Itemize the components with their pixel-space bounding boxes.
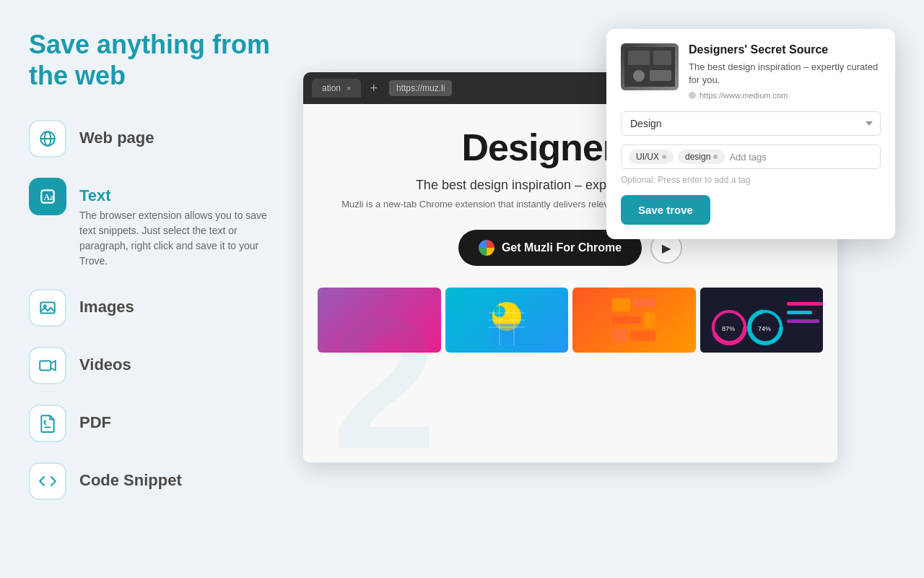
menu-item-pdf[interactable]: PDF: [29, 405, 274, 442]
tag-dot-2: [713, 155, 718, 159]
pdf-icon: [29, 405, 66, 442]
popup-thumb-image: [621, 43, 679, 90]
address-bar[interactable]: https://muz.li: [389, 80, 452, 96]
play-icon: ▶: [662, 241, 671, 255]
svg-rect-14: [650, 70, 671, 81]
popup-info: Designers' Secret Source The best design…: [689, 43, 881, 100]
main-container: Save anything from the web Web page Aa: [0, 0, 924, 578]
source-url: https://www.medium.com: [699, 91, 788, 100]
thumbnail-2: [445, 288, 569, 353]
svg-rect-34: [787, 302, 823, 306]
image-icon: [29, 289, 66, 327]
right-panel: Designers' Secret Source The best design…: [289, 29, 895, 556]
source-dot: [689, 92, 696, 99]
popup-thumbnail: [621, 43, 679, 90]
menu-item-code[interactable]: Code Snippet: [29, 462, 274, 500]
menu-item-images[interactable]: Images: [29, 289, 274, 327]
video-icon: [29, 347, 66, 384]
svg-rect-25: [612, 316, 641, 324]
menu-item-videos[interactable]: Videos: [29, 347, 274, 384]
save-trove-button[interactable]: Save trove: [621, 195, 710, 225]
popup-category-select[interactable]: Design Development Marketing Personal: [621, 111, 881, 136]
browser-tab[interactable]: ation ×: [312, 79, 361, 98]
svg-rect-27: [612, 329, 627, 342]
svg-rect-24: [634, 298, 655, 307]
chrome-icon: [479, 240, 494, 256]
svg-point-13: [633, 70, 645, 82]
thumbnail-4: 87% 74%: [700, 288, 824, 353]
text-icon: Aa: [29, 178, 66, 215]
svg-text:74%: 74%: [758, 325, 771, 332]
menu-label-code: Code Snippet: [79, 462, 182, 490]
add-tags-label[interactable]: Add tags: [729, 152, 766, 163]
left-panel: Save anything from the web Web page Aa: [29, 22, 274, 556]
svg-point-6: [44, 306, 46, 308]
svg-text:Aa: Aa: [44, 193, 55, 203]
menu-content-text: Text The browser extension allows you to…: [79, 178, 274, 269]
tag-design: design: [678, 150, 725, 164]
tab-close-button[interactable]: ×: [346, 84, 351, 92]
popup-source: https://www.medium.com: [689, 91, 881, 100]
menu-label-videos: Videos: [79, 347, 131, 374]
svg-rect-7: [40, 361, 51, 371]
tag-dot: [662, 155, 666, 159]
new-tab-button[interactable]: +: [370, 81, 378, 96]
svg-rect-26: [645, 313, 655, 327]
svg-rect-28: [630, 331, 655, 341]
popup-header: Designers' Secret Source The best design…: [621, 43, 881, 100]
bg-decoration: 2: [332, 289, 437, 462]
popup-hint: Optional: Press enter to add a tag: [621, 175, 881, 185]
tab-label: ation: [322, 83, 341, 93]
menu-item-webpage[interactable]: Web page: [29, 120, 274, 158]
svg-text:87%: 87%: [722, 325, 735, 332]
svg-rect-36: [787, 319, 819, 323]
popup-tags-container[interactable]: UI/UX design Add tags: [621, 144, 881, 169]
cta-button-label: Get Muzli For Chrome: [502, 241, 622, 254]
thumbnail-3: [572, 288, 696, 353]
globe-icon: [29, 120, 66, 158]
popup-title: Designers' Secret Source: [689, 43, 881, 56]
popup-description: The best design inspiration – expertly c…: [689, 61, 881, 87]
menu-label-pdf: PDF: [79, 405, 111, 432]
popup-card: Designers' Secret Source The best design…: [606, 29, 895, 239]
svg-rect-11: [628, 51, 650, 65]
tag-uiux: UI/UX: [629, 150, 674, 164]
svg-rect-12: [653, 51, 671, 65]
menu-item-text[interactable]: Aa Text The browser extension allows you…: [29, 178, 274, 269]
menu-label-webpage: Web page: [79, 120, 154, 147]
menu-label-images: Images: [79, 289, 134, 316]
svg-rect-35: [787, 311, 812, 314]
page-title: Save anything from the web: [29, 29, 274, 91]
code-icon: [29, 462, 66, 500]
svg-rect-23: [612, 298, 630, 311]
